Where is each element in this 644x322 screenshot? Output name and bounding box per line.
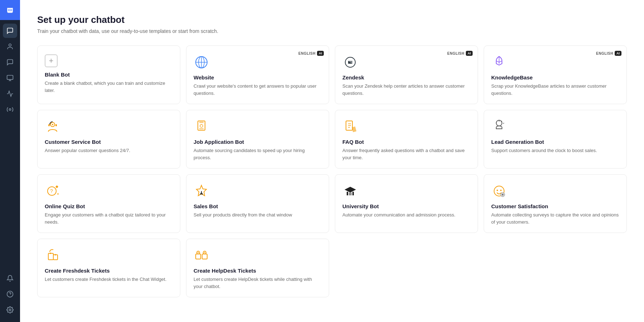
svg-point-3 (11, 10, 12, 11)
card-desc: Scan your Zendesk help center articles t… (342, 83, 470, 97)
card-customer-service-bot[interactable]: Customer Service Bot Answer popular cust… (37, 110, 180, 169)
card-helpdesk-bot[interactable]: Create HelpDesk Tickets Let customers cr… (186, 239, 329, 297)
card-icon-zendesk (342, 54, 358, 70)
nav-settings[interactable] (3, 303, 17, 317)
card-lead-generation-bot[interactable]: Lead Generation Bot Support customers ar… (484, 110, 627, 169)
card-desc: Let customers create Freshdesk tickets i… (45, 276, 173, 283)
svg-point-42 (204, 252, 205, 253)
card-icon-faq (342, 119, 358, 135)
card-desc: Automate sourcing candidates to speed up… (194, 147, 322, 161)
nav-reports[interactable] (3, 87, 17, 101)
card-desc: Engage your customers with a chatbot qui… (45, 211, 173, 225)
nav-chat[interactable] (3, 55, 17, 69)
card-customer-satisfaction-bot[interactable]: Customer Satisfaction Automate collectin… (484, 174, 627, 233)
nav-contacts[interactable] (3, 39, 17, 54)
card-desc: Crawl your website's content to get answ… (194, 83, 322, 97)
svg-point-36 (55, 254, 56, 255)
main-content: Set up your chatbot Train your chatbot w… (20, 0, 644, 322)
card-title: Website (194, 74, 322, 80)
card-icon-online-quiz: ? (45, 183, 60, 199)
svg-point-30 (497, 190, 498, 191)
page-title: Set up your chatbot (37, 14, 627, 25)
card-blank-bot[interactable]: + Blank Bot Create a blank chatbot, whic… (37, 45, 180, 104)
svg-rect-37 (196, 254, 201, 259)
card-job-application-bot[interactable]: Job Application Bot Automate sourcing ca… (186, 110, 329, 169)
card-title: Lead Generation Bot (491, 139, 619, 145)
card-title: Sales Bot (194, 203, 322, 209)
card-title: FAQ Bot (342, 139, 470, 145)
card-desc: Automate collecting surveys to capture t… (491, 211, 619, 225)
card-badges: ENGLISH AI (596, 51, 621, 56)
svg-point-8 (9, 309, 11, 311)
templates-grid: + Blank Bot Create a blank chatbot, whic… (37, 45, 627, 297)
card-desc: Answer frequently asked questions with a… (342, 147, 470, 161)
svg-rect-33 (48, 253, 53, 260)
card-website-bot[interactable]: ENGLISH AI Website Crawl your website's … (186, 45, 329, 104)
svg-rect-22 (352, 126, 356, 132)
card-freshdesk-bot[interactable]: Create Freshdesk Tickets Let customers c… (37, 239, 180, 297)
card-title: University Bot (342, 203, 470, 209)
card-title: KnowledgeBase (491, 74, 619, 80)
card-icon-job-application (194, 119, 209, 135)
app-logo[interactable] (0, 0, 20, 20)
svg-rect-5 (7, 75, 13, 80)
nav-notifications[interactable] (3, 271, 17, 286)
svg-point-18 (200, 125, 203, 127)
badge-lang: ENGLISH (298, 52, 316, 55)
card-title: Create HelpDesk Tickets (194, 268, 322, 274)
svg-point-14 (52, 124, 53, 125)
card-icon-lead-generation (491, 119, 507, 135)
svg-rect-27 (352, 192, 354, 195)
svg-point-1 (8, 10, 9, 11)
card-icon-customer-satisfaction (491, 183, 507, 199)
card-title: Customer Satisfaction (491, 203, 619, 209)
badge-lang: ENGLISH (596, 52, 613, 55)
nav-inbox[interactable] (3, 24, 17, 38)
card-badges: ENGLISH AI (298, 51, 324, 56)
svg-rect-35 (53, 255, 58, 260)
badge-ai: AI (615, 51, 621, 56)
card-sales-bot[interactable]: Sales Bot Sell your products directly fr… (186, 174, 329, 233)
svg-point-4 (9, 44, 11, 47)
svg-rect-15 (48, 124, 50, 126)
card-title: Job Application Bot (194, 139, 322, 145)
card-icon-knowledgebase (491, 54, 507, 70)
card-online-quiz-bot[interactable]: ? Online Quiz Bot Engage your customers … (37, 174, 180, 233)
badge-lang: ENGLISH (447, 52, 464, 55)
page-subtitle: Train your chatbot with data, use our re… (37, 28, 627, 34)
svg-point-6 (9, 109, 11, 111)
nav-help[interactable] (3, 287, 17, 301)
svg-point-31 (500, 190, 502, 191)
badge-ai: AI (466, 51, 473, 56)
svg-rect-19 (199, 122, 204, 123)
card-zendesk-bot[interactable]: ENGLISH AI Zendesk Scan your Zendesk hel… (335, 45, 478, 104)
card-icon-sales (194, 183, 209, 199)
svg-rect-16 (55, 124, 57, 126)
card-faq-bot[interactable]: FAQ Bot Answer frequently asked question… (335, 110, 478, 169)
card-knowledgebase-bot[interactable]: ENGLISH AI KnowledgeBase Scrap your Know… (484, 45, 627, 104)
svg-point-2 (10, 10, 11, 11)
card-icon-plus: + (45, 54, 58, 67)
card-icon-university (342, 183, 358, 199)
card-badges: ENGLISH AI (447, 51, 473, 56)
sidebar (0, 0, 20, 322)
nav-campaigns[interactable] (3, 71, 17, 85)
badge-ai: AI (317, 51, 324, 56)
card-icon-globe (194, 54, 209, 70)
card-university-bot[interactable]: University Bot Automate your communicati… (335, 174, 478, 233)
svg-point-34 (50, 253, 51, 254)
card-title: Zendesk (342, 74, 470, 80)
card-desc: Sell your products directly from the cha… (194, 211, 322, 219)
svg-rect-26 (347, 192, 348, 195)
card-desc: Answer popular customer questions 24/7. (45, 147, 173, 154)
card-desc: Scrap your KnowledgeBase articles to ans… (491, 83, 619, 97)
svg-point-39 (198, 252, 199, 253)
card-desc: Let customers create HelpDesk tickets wh… (194, 276, 322, 290)
nav-integrations[interactable] (3, 102, 17, 117)
card-desc: Support customers around the clock to bo… (491, 147, 619, 154)
svg-rect-28 (349, 192, 352, 195)
card-title: Customer Service Bot (45, 139, 173, 145)
svg-text:?: ? (50, 188, 53, 194)
svg-rect-40 (202, 254, 207, 259)
card-title: Online Quiz Bot (45, 203, 173, 209)
